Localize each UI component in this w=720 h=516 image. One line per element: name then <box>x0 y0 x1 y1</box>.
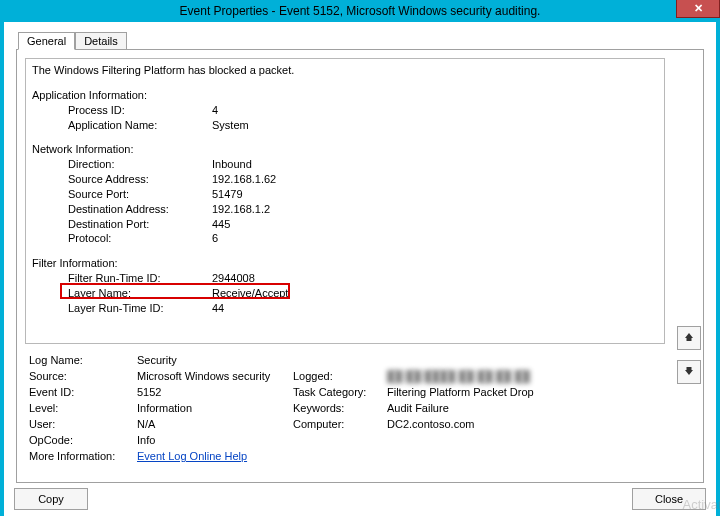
level-value: Information <box>137 402 293 414</box>
prev-event-button[interactable] <box>677 326 701 350</box>
src-addr-label: Source Address: <box>32 172 212 187</box>
tab-general[interactable]: General <box>18 32 75 50</box>
layer-name-value: Receive/Accept <box>212 286 288 301</box>
user-value: N/A <box>137 418 293 430</box>
event-metadata: Log Name: Security Source: Microsoft Win… <box>29 354 665 462</box>
row-src-addr: Source Address: 192.168.1.62 <box>32 172 658 187</box>
opcode-label: OpCode: <box>29 434 137 446</box>
src-port-value: 51479 <box>212 187 243 202</box>
event-id-value: 5152 <box>137 386 293 398</box>
dst-port-label: Destination Port: <box>32 217 212 232</box>
src-addr-value: 192.168.1.62 <box>212 172 276 187</box>
process-id-label: Process ID: <box>32 103 212 118</box>
tab-strip: General Details <box>16 30 704 50</box>
event-message-box: The Windows Filtering Platform has block… <box>25 58 665 344</box>
source-label: Source: <box>29 370 137 382</box>
window-close-button[interactable]: ✕ <box>676 0 720 18</box>
dst-port-value: 445 <box>212 217 230 232</box>
titlebar: Event Properties - Event 5152, Microsoft… <box>4 0 716 22</box>
task-category-label: Task Category: <box>293 386 387 398</box>
meta-row-logname: Log Name: Security <box>29 354 665 366</box>
event-properties-window: Event Properties - Event 5152, Microsoft… <box>4 0 716 516</box>
log-name-label: Log Name: <box>29 354 137 366</box>
tab-panel-general: The Windows Filtering Platform has block… <box>16 49 704 483</box>
close-button[interactable]: Close <box>632 488 706 510</box>
row-filter-rtid: Filter Run-Time ID: 2944008 <box>32 271 658 286</box>
net-info-header: Network Information: <box>32 142 658 157</box>
row-protocol: Protocol: 6 <box>32 231 658 246</box>
window-title: Event Properties - Event 5152, Microsoft… <box>4 4 716 18</box>
meta-row-opcode: OpCode: Info <box>29 434 665 446</box>
summary-line: The Windows Filtering Platform has block… <box>32 63 658 78</box>
direction-value: Inbound <box>212 157 252 172</box>
logged-value: ██/██/████ ██:██:██ ██ <box>387 370 530 382</box>
dialog-button-bar: Copy Close <box>14 488 706 510</box>
level-label: Level: <box>29 402 137 414</box>
process-id-value: 4 <box>212 103 218 118</box>
row-process-id: Process ID: 4 <box>32 103 658 118</box>
client-area: General Details The Windows Filtering Pl… <box>4 22 716 491</box>
opcode-value: Info <box>137 434 293 446</box>
dst-addr-value: 192.168.1.2 <box>212 202 270 217</box>
dst-addr-label: Destination Address: <box>32 202 212 217</box>
next-event-button[interactable] <box>677 360 701 384</box>
src-port-label: Source Port: <box>32 187 212 202</box>
arrow-up-icon <box>684 332 694 344</box>
filter-rtid-value: 2944008 <box>212 271 255 286</box>
row-layer-rtid: Layer Run-Time ID: 44 <box>32 301 658 316</box>
layer-rtid-label: Layer Run-Time ID: <box>32 301 212 316</box>
filter-rtid-label: Filter Run-Time ID: <box>32 271 212 286</box>
row-direction: Direction: Inbound <box>32 157 658 172</box>
computer-value: DC2.contoso.com <box>387 418 474 430</box>
copy-button[interactable]: Copy <box>14 488 88 510</box>
meta-row-moreinfo: More Information: Event Log Online Help <box>29 450 665 462</box>
event-id-label: Event ID: <box>29 386 137 398</box>
nav-buttons <box>677 326 703 384</box>
computer-label: Computer: <box>293 418 387 430</box>
row-src-port: Source Port: 51479 <box>32 187 658 202</box>
meta-row-user: User: N/A Computer: DC2.contoso.com <box>29 418 665 430</box>
meta-row-eventid: Event ID: 5152 Task Category: Filtering … <box>29 386 665 398</box>
log-name-value: Security <box>137 354 293 366</box>
app-name-value: System <box>212 118 249 133</box>
online-help-link[interactable]: Event Log Online Help <box>137 450 247 462</box>
tab-details[interactable]: Details <box>75 32 127 50</box>
protocol-label: Protocol: <box>32 231 212 246</box>
arrow-down-icon <box>684 366 694 378</box>
direction-label: Direction: <box>32 157 212 172</box>
meta-row-level: Level: Information Keywords: Audit Failu… <box>29 402 665 414</box>
user-label: User: <box>29 418 137 430</box>
source-value: Microsoft Windows security <box>137 370 293 382</box>
row-layer-name: Layer Name: Receive/Accept <box>32 286 658 301</box>
keywords-value: Audit Failure <box>387 402 449 414</box>
app-info-header: Application Information: <box>32 88 658 103</box>
filter-info-header: Filter Information: <box>32 256 658 271</box>
layer-rtid-value: 44 <box>212 301 224 316</box>
meta-row-source: Source: Microsoft Windows security Logge… <box>29 370 665 382</box>
close-icon: ✕ <box>694 2 703 15</box>
logged-label: Logged: <box>293 370 387 382</box>
protocol-value: 6 <box>212 231 218 246</box>
layer-name-label: Layer Name: <box>32 286 212 301</box>
more-info-label: More Information: <box>29 450 137 462</box>
row-dst-port: Destination Port: 445 <box>32 217 658 232</box>
task-category-value: Filtering Platform Packet Drop <box>387 386 534 398</box>
row-dst-addr: Destination Address: 192.168.1.2 <box>32 202 658 217</box>
row-app-name: Application Name: System <box>32 118 658 133</box>
keywords-label: Keywords: <box>293 402 387 414</box>
app-name-label: Application Name: <box>32 118 212 133</box>
